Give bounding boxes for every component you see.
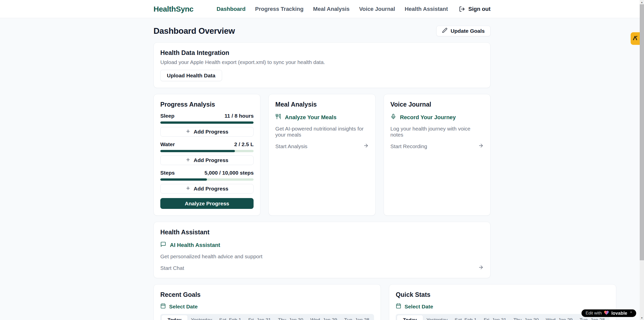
nav-voice-journal[interactable]: Voice Journal — [359, 6, 395, 12]
add-progress-label: Add Progress — [194, 129, 228, 135]
date-tab-today[interactable]: Today — [162, 315, 188, 320]
nav-dashboard[interactable]: Dashboard — [217, 6, 246, 12]
ai-health-assistant-link[interactable]: AI Health Assistant — [160, 241, 484, 249]
health-assistant-title: Health Assistant — [160, 229, 484, 236]
metric-sleep: Sleep 11 / 8 hours Add Progress — [160, 113, 254, 137]
steps-progress-fill — [160, 178, 207, 181]
date-tab-today[interactable]: Today — [397, 315, 423, 320]
calendar-icon — [396, 303, 401, 310]
metric-water: Water 2 / 2.5 L Add Progress — [160, 141, 254, 165]
scrollbar-down-arrow[interactable]: ▼ — [640, 316, 644, 320]
recent-goals-date-tabs: Today Yesterday Sat, Feb 1 Fri, Jan 31 T… — [160, 314, 374, 320]
plus-icon — [186, 186, 191, 192]
metric-label: Sleep — [160, 113, 174, 119]
lovable-logo-icon — [632, 35, 638, 42]
add-progress-steps-button[interactable]: Add Progress — [160, 184, 254, 194]
metric-value: 11 / 8 hours — [225, 113, 254, 119]
date-tab-thu-jan-30[interactable]: Thu, Jan 30 — [274, 315, 307, 320]
lovable-fab-button[interactable] — [631, 32, 640, 45]
meal-analysis-card: Meal Analysis Analyze Your Meals Get AI-… — [268, 94, 375, 216]
recent-goals-select-date[interactable]: Select Date — [160, 303, 374, 310]
health-assistant-card: Health Assistant AI Health Assistant Get… — [154, 222, 490, 278]
add-progress-water-button[interactable]: Add Progress — [160, 155, 254, 165]
analyze-meals-link[interactable]: Analyze Your Meals — [275, 114, 369, 121]
date-tab-wed-jan-29[interactable]: Wed, Jan 29 — [542, 315, 576, 320]
start-chat-label: Start Chat — [160, 265, 184, 271]
add-progress-label: Add Progress — [194, 186, 228, 192]
metric-label: Water — [160, 141, 175, 147]
scrollbar-thumb[interactable] — [640, 4, 644, 260]
logout-icon — [459, 6, 465, 12]
update-goals-button[interactable]: Update Goals — [436, 26, 490, 36]
calendar-icon — [160, 303, 166, 310]
page-title: Dashboard Overview — [154, 26, 235, 36]
quick-stats-select-date[interactable]: Select Date — [396, 303, 609, 310]
health-assistant-description: Get personalized health advice and suppo… — [160, 253, 484, 260]
nav-progress-tracking[interactable]: Progress Tracking — [255, 6, 303, 12]
metric-label: Steps — [160, 170, 175, 176]
brand-logo[interactable]: HealthSync — [154, 5, 193, 13]
date-tab-sat-feb-1[interactable]: Sat, Feb 1 — [451, 315, 480, 320]
date-tab-tue-jan-28[interactable]: Tue, Jan 28 — [341, 315, 373, 320]
date-tab-yesterday[interactable]: Yesterday — [423, 315, 451, 320]
metric-steps: Steps 5,000 / 10,000 steps Add Progress — [160, 170, 254, 194]
voice-journal-description: Log your health journey with voice notes — [390, 126, 484, 138]
sign-out-label: Sign out — [468, 6, 490, 12]
recent-goals-title: Recent Goals — [160, 291, 374, 298]
date-tab-wed-jan-29[interactable]: Wed, Jan 29 — [307, 315, 341, 320]
quick-stats-title: Quick Stats — [396, 291, 609, 298]
chat-bubble-icon — [160, 241, 166, 249]
date-tab-thu-jan-30[interactable]: Thu, Jan 30 — [510, 315, 542, 320]
start-recording-action[interactable]: Start Recording — [390, 143, 484, 150]
nav-health-assistant[interactable]: Health Assistant — [405, 6, 448, 12]
arrow-right-icon — [478, 143, 484, 150]
sleep-progress-fill — [160, 121, 254, 124]
badge-brand-label: lovable — [611, 311, 627, 316]
heart-gradient-icon — [604, 310, 609, 316]
metric-value: 5,000 / 10,000 steps — [204, 170, 254, 176]
meal-analysis-description: Get AI-powered nutritional insights for … — [275, 126, 369, 138]
edit-with-lovable-badge[interactable]: Edit with lovable × — [581, 309, 636, 317]
arrow-right-icon — [363, 143, 369, 150]
voice-journal-title: Voice Journal — [390, 101, 484, 108]
analyze-progress-button[interactable]: Analyze Progress — [160, 198, 254, 209]
update-goals-label: Update Goals — [451, 28, 485, 34]
plus-icon — [186, 129, 191, 135]
record-journey-label: Record Your Journey — [400, 114, 456, 121]
date-tab-yesterday[interactable]: Yesterday — [188, 315, 216, 320]
start-analysis-action[interactable]: Start Analysis — [275, 143, 369, 150]
health-data-card: Health Data Integration Upload your Appl… — [154, 42, 490, 88]
vertical-scrollbar: ▲ ▼ — [640, 0, 644, 320]
water-progress-fill — [160, 150, 235, 152]
date-tab-fri-jan-31[interactable]: Fri, Jan 31 — [480, 315, 510, 320]
main-nav: Dashboard Progress Tracking Meal Analysi… — [217, 6, 448, 12]
steps-progress-bar — [160, 178, 254, 181]
start-chat-action[interactable]: Start Chat — [160, 265, 484, 271]
arrow-right-icon — [478, 265, 484, 271]
meal-analysis-title: Meal Analysis — [275, 101, 369, 108]
scrollbar-up-arrow[interactable]: ▲ — [640, 0, 644, 4]
health-data-description: Upload your Apple Health export (export.… — [160, 59, 484, 65]
nav-meal-analysis[interactable]: Meal Analysis — [313, 6, 350, 12]
microphone-icon — [390, 114, 396, 121]
main-content: Dashboard Overview Update Goals Health D… — [154, 18, 490, 320]
date-tab-sat-feb-1[interactable]: Sat, Feb 1 — [216, 315, 245, 320]
ai-health-assistant-label: AI Health Assistant — [170, 242, 220, 248]
quick-stats-date-tabs: Today Yesterday Sat, Feb 1 Fri, Jan 31 T… — [396, 314, 609, 320]
progress-analysis-card: Progress Analysis Sleep 11 / 8 hours Add… — [154, 94, 260, 216]
analyze-meals-label: Analyze Your Meals — [285, 114, 336, 121]
record-journey-link[interactable]: Record Your Journey — [390, 114, 484, 121]
start-analysis-label: Start Analysis — [275, 143, 307, 149]
plus-icon — [186, 157, 191, 164]
badge-close-icon[interactable]: × — [630, 310, 632, 314]
start-recording-label: Start Recording — [390, 143, 427, 149]
recent-goals-card: Recent Goals Select Date Today Yesterday… — [154, 284, 381, 320]
upload-health-data-button[interactable]: Upload Health Data — [160, 70, 222, 81]
top-header: HealthSync Dashboard Progress Tracking M… — [0, 0, 644, 18]
sign-out-button[interactable]: Sign out — [459, 6, 490, 12]
add-progress-sleep-button[interactable]: Add Progress — [160, 127, 254, 137]
date-tab-fri-jan-31[interactable]: Fri, Jan 31 — [245, 315, 274, 320]
voice-journal-card: Voice Journal Record Your Journey Log yo… — [384, 94, 490, 216]
select-date-label: Select Date — [405, 304, 433, 310]
health-data-title: Health Data Integration — [160, 49, 484, 56]
